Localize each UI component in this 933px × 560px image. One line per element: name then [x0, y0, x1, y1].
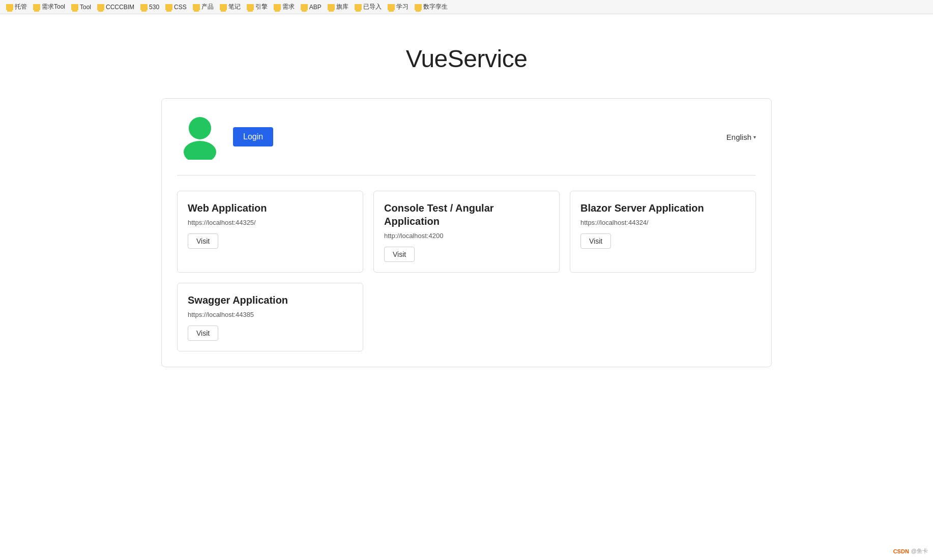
bookmark-folder-icon — [97, 4, 104, 10]
svg-point-1 — [184, 141, 216, 160]
app-card-web: Web Application https://localhost:44325/… — [177, 191, 363, 273]
bookmark-folder-icon — [388, 4, 395, 10]
bookmark-folder-icon — [274, 4, 281, 10]
app-card-url: https://localhost:44325/ — [188, 219, 353, 226]
bookmark-item-1[interactable]: 需求Tool — [31, 2, 67, 12]
apps-grid-row1: Web Application https://localhost:44325/… — [177, 191, 756, 273]
bookmark-label: 学习 — [396, 3, 409, 11]
bookmark-label: CCCCBIM — [106, 4, 134, 11]
bookmark-label: CSS — [174, 4, 187, 11]
user-left: Login — [177, 114, 273, 160]
bookmark-folder-icon — [33, 4, 40, 10]
bookmark-label: 530 — [149, 4, 159, 11]
app-card-blazor: Blazor Server Application https://localh… — [570, 191, 756, 273]
app-card-title: Web Application — [188, 201, 353, 215]
bookmarks-bar: 托管 需求Tool Tool CCCCBIM 530 CSS 产品 笔记 引擎 … — [0, 0, 933, 14]
app-card-title: Console Test / Angular Application — [384, 201, 549, 228]
watermark-logo: CSDN — [893, 548, 909, 554]
app-card-angular: Console Test / Angular Application http:… — [373, 191, 560, 273]
visit-button-swagger[interactable]: Visit — [188, 326, 218, 341]
watermark: CSDN @鱼卡 — [893, 547, 928, 555]
bookmark-folder-icon — [6, 4, 13, 10]
bookmark-label: 旗库 — [336, 3, 348, 11]
bookmark-folder-icon — [71, 4, 78, 10]
bookmark-item-14[interactable]: 数字孪生 — [413, 2, 450, 12]
bookmark-item-4[interactable]: 530 — [138, 3, 161, 11]
watermark-handle: @鱼卡 — [911, 547, 928, 555]
bookmark-label: 需求 — [282, 3, 295, 11]
bookmark-label: 产品 — [201, 3, 214, 11]
bookmark-folder-icon — [328, 4, 335, 10]
app-card-url: https://localhost:44385 — [188, 311, 353, 318]
bookmark-item-13[interactable]: 学习 — [386, 2, 411, 12]
bookmark-folder-icon — [220, 4, 227, 10]
visit-button-blazor[interactable]: Visit — [580, 233, 611, 249]
bookmark-folder-icon — [165, 4, 172, 10]
bookmark-item-2[interactable]: Tool — [69, 3, 93, 11]
app-card-title: Blazor Server Application — [580, 201, 745, 215]
bookmark-item-7[interactable]: 笔记 — [218, 2, 243, 12]
app-card-url: https://localhost:44324/ — [580, 219, 745, 226]
bookmark-folder-icon — [193, 4, 200, 10]
bookmark-folder-icon — [301, 4, 308, 10]
bookmark-item-6[interactable]: 产品 — [191, 2, 216, 12]
bookmark-label: 引擎 — [255, 3, 268, 11]
bookmark-label: 笔记 — [228, 3, 241, 11]
app-card-title: Swagger Application — [188, 293, 353, 307]
user-section: Login English ▾ — [177, 114, 756, 160]
bookmark-item-12[interactable]: 已导入 — [353, 2, 384, 12]
app-card-url: http://localhost:4200 — [384, 232, 549, 240]
page-title: VueService — [406, 45, 528, 73]
bookmark-item-9[interactable]: 需求 — [272, 2, 297, 12]
chevron-down-icon: ▾ — [753, 134, 756, 140]
bookmark-label: ABP — [309, 4, 322, 11]
login-button[interactable]: Login — [233, 127, 273, 146]
language-label: English — [726, 133, 751, 141]
bookmark-folder-icon — [140, 4, 148, 10]
bookmark-item-8[interactable]: 引擎 — [245, 2, 270, 12]
bookmark-item-3[interactable]: CCCCBIM — [95, 3, 136, 11]
section-divider — [177, 175, 756, 175]
bookmark-item-5[interactable]: CSS — [163, 3, 189, 11]
bookmark-label: 已导入 — [363, 3, 382, 11]
bookmark-folder-icon — [247, 4, 254, 10]
main-content: VueService Login English ▾ — [0, 14, 933, 388]
bookmark-label: 托管 — [15, 3, 27, 11]
visit-button-angular[interactable]: Visit — [384, 247, 415, 262]
apps-grid-row2: Swagger Application https://localhost:44… — [177, 283, 756, 351]
bookmark-item-11[interactable]: 旗库 — [326, 2, 351, 12]
bookmark-label: Tool — [80, 4, 91, 11]
bookmark-item-10[interactable]: ABP — [299, 3, 324, 11]
visit-button-web[interactable]: Visit — [188, 233, 218, 249]
bookmark-item-0[interactable]: 托管 — [4, 2, 29, 12]
app-card-swagger: Swagger Application https://localhost:44… — [177, 283, 363, 351]
bookmark-folder-icon — [355, 4, 362, 10]
bookmark-folder-icon — [415, 4, 422, 10]
bookmark-label: 需求Tool — [42, 3, 65, 11]
svg-point-0 — [189, 117, 211, 139]
language-selector[interactable]: English ▾ — [726, 133, 756, 141]
main-card: Login English ▾ Web Application https://… — [161, 98, 772, 367]
avatar — [177, 114, 223, 160]
bookmark-label: 数字孪生 — [423, 3, 448, 11]
